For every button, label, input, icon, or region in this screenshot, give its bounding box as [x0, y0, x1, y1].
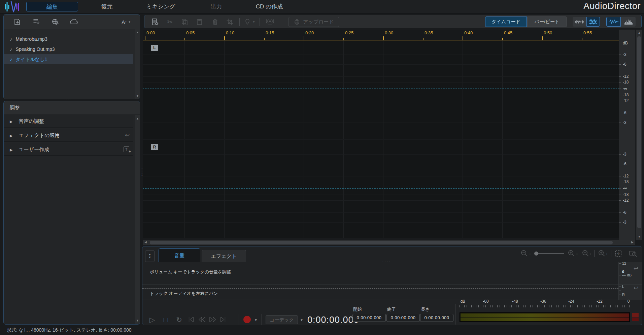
- forward-button[interactable]: [208, 315, 217, 324]
- length-field[interactable]: 0:00:00.000: [420, 314, 453, 322]
- scroll-down-icon[interactable]: ▼: [636, 235, 643, 238]
- nav-tab-output[interactable]: 出力: [195, 0, 237, 13]
- undo-icon[interactable]: ↩: [634, 284, 638, 292]
- undo-icon[interactable]: ↩: [125, 129, 130, 142]
- import-media-icon[interactable]: [12, 17, 23, 27]
- clip-properties-icon[interactable]: [150, 18, 160, 26]
- volume-envelope-row[interactable]: ボリューム キーでトラックの音量を調整: [142, 262, 618, 284]
- rewind-button[interactable]: [198, 315, 206, 324]
- help-icon[interactable]: ?: [124, 146, 129, 152]
- toolbar-divider: [611, 250, 611, 257]
- previous-button[interactable]: [187, 315, 195, 324]
- scroll-down-icon[interactable]: ▼: [135, 319, 140, 322]
- scroll-thumb[interactable]: [637, 36, 641, 228]
- expand-arrow-icon[interactable]: ▶: [10, 134, 12, 138]
- audio-note-icon: ♪: [10, 56, 12, 62]
- zoom-out-vertical-button[interactable]: ↕: [581, 248, 592, 259]
- pan-envelope-line[interactable]: [142, 288, 618, 289]
- download-web-icon[interactable]: [50, 17, 60, 27]
- track-right-channel[interactable]: R: [143, 140, 619, 238]
- expand-arrow-icon[interactable]: ▶: [10, 120, 12, 124]
- list-item-selected[interactable]: ♪タイトルなし1: [4, 54, 133, 64]
- collapse-panel-button[interactable]: ▼▼: [145, 250, 155, 262]
- list-item[interactable]: ♪Speaking Out.mp3: [4, 44, 133, 54]
- spectrum-view-button[interactable]: [621, 17, 636, 27]
- marker-dropdown-icon[interactable]: ▼: [251, 19, 256, 25]
- meter-tick-label: -12: [597, 299, 602, 304]
- stop-button[interactable]: □: [161, 314, 170, 325]
- volume-envelope-line[interactable]: [142, 267, 618, 267]
- track-left-channel[interactable]: L: [143, 40, 619, 139]
- scroll-up-icon[interactable]: ▲: [636, 31, 643, 34]
- channel-left-badge: L: [151, 45, 158, 51]
- db-label: -18: [623, 93, 629, 97]
- record-dropdown-icon[interactable]: ▼: [254, 318, 258, 322]
- import-project-icon[interactable]: [31, 17, 41, 27]
- nav-tab-mixing[interactable]: ミキシング: [138, 0, 183, 13]
- timecode-mode-button[interactable]: タイムコード: [485, 16, 527, 27]
- cut-scissors-icon[interactable]: ✂: [165, 18, 175, 26]
- list-item[interactable]: ♪Mahoroba.mp3: [4, 34, 133, 44]
- record-button[interactable]: [243, 316, 251, 323]
- zoom-slider-knob[interactable]: [534, 252, 538, 256]
- start-label: 開始: [353, 306, 362, 312]
- paste-icon[interactable]: [195, 18, 204, 26]
- grid-line: [143, 222, 619, 223]
- help-arrow-icon: ▶: [129, 150, 131, 153]
- next-button[interactable]: [219, 315, 227, 324]
- pan-envelope-row[interactable]: トラック オーディオを左右にパン: [142, 285, 618, 300]
- tab-effect[interactable]: エフェクト: [202, 250, 246, 262]
- library-scrollbar[interactable]: ▲ ▼: [135, 29, 140, 99]
- codec-button[interactable]: コーデック: [266, 315, 298, 324]
- tab-volume[interactable]: 音量: [159, 248, 200, 262]
- zoom-slider[interactable]: [535, 253, 564, 254]
- vertical-scrollbar[interactable]: ▲ ▼: [636, 30, 642, 240]
- panel-resize-handle[interactable]: ····: [63, 99, 72, 101]
- db-label: -12: [623, 74, 629, 79]
- zoom-in-vertical-button[interactable]: ↕: [597, 248, 608, 259]
- horizontal-scrollbar[interactable]: ◀ ▶: [143, 240, 635, 245]
- fit-view-button[interactable]: ✣: [614, 249, 623, 258]
- scroll-thumb[interactable]: [150, 241, 613, 244]
- section-audio-adjust[interactable]: ▶音声の調整: [4, 115, 133, 128]
- font-size-button[interactable]: A↑▼: [119, 17, 134, 27]
- copy-icon[interactable]: [180, 18, 190, 26]
- marker-icon[interactable]: [243, 18, 252, 26]
- meter-tick-label: -36: [540, 299, 546, 304]
- scroll-right-icon[interactable]: ▶: [631, 240, 634, 244]
- zoom-out-horizontal-button[interactable]: ↔: [520, 248, 532, 259]
- toolbar-divider: [238, 314, 238, 325]
- bar-beat-mode-button[interactable]: バー/ビート: [527, 16, 567, 27]
- ambience-match-icon[interactable]: [264, 18, 276, 26]
- section-apply-effects[interactable]: ▶エフェクトの適用 ↩: [4, 129, 133, 142]
- trim-icon[interactable]: [225, 18, 235, 26]
- zoom-in-horizontal-button[interactable]: ↔: [567, 248, 579, 259]
- cloud-icon[interactable]: [68, 17, 80, 27]
- scroll-up-icon[interactable]: ▲: [135, 31, 140, 34]
- adjust-scrollbar[interactable]: ▲ ▼: [135, 115, 140, 324]
- keyframe-view-button[interactable]: [586, 17, 600, 27]
- nav-tab-create-cd[interactable]: CD の作成: [244, 0, 295, 13]
- scroll-down-icon[interactable]: ▼: [135, 94, 140, 98]
- codec-dropdown-icon[interactable]: ▼: [300, 318, 303, 322]
- db-label: -12: [623, 174, 629, 178]
- zoom-region-button[interactable]: [628, 249, 638, 258]
- nav-tab-edit[interactable]: 編集: [26, 2, 78, 11]
- scroll-up-icon[interactable]: ▲: [135, 117, 140, 120]
- nav-tab-restore[interactable]: 復元: [86, 0, 128, 13]
- undo-icon[interactable]: ↩: [634, 265, 638, 272]
- timeline-ruler[interactable]: 0:00 0:05 0:10 0:15 0:20 0:25 0:30 0:35 …: [143, 30, 619, 40]
- play-button[interactable]: ▷: [148, 314, 157, 325]
- loop-button[interactable]: ↻: [175, 314, 183, 325]
- delete-trash-icon[interactable]: [210, 18, 220, 26]
- compact-waveform-button[interactable]: [573, 17, 586, 27]
- end-field[interactable]: 0:00:00.000: [386, 314, 420, 322]
- section-user-created[interactable]: ▶ユーザー作成 ? ▶: [4, 143, 133, 156]
- waveform-view-button[interactable]: [606, 17, 621, 27]
- keyframe-panel: ▼▼ 音量 エフェクト ↔ ↔ ↕ ↕ ✣ ····: [142, 246, 642, 325]
- upload-button[interactable]: アップロード: [289, 17, 339, 27]
- start-field[interactable]: 0:00:00.000: [352, 314, 386, 322]
- scroll-left-icon[interactable]: ◀: [144, 240, 147, 244]
- db-label: -18: [623, 80, 629, 85]
- expand-arrow-icon[interactable]: ▶: [10, 148, 12, 152]
